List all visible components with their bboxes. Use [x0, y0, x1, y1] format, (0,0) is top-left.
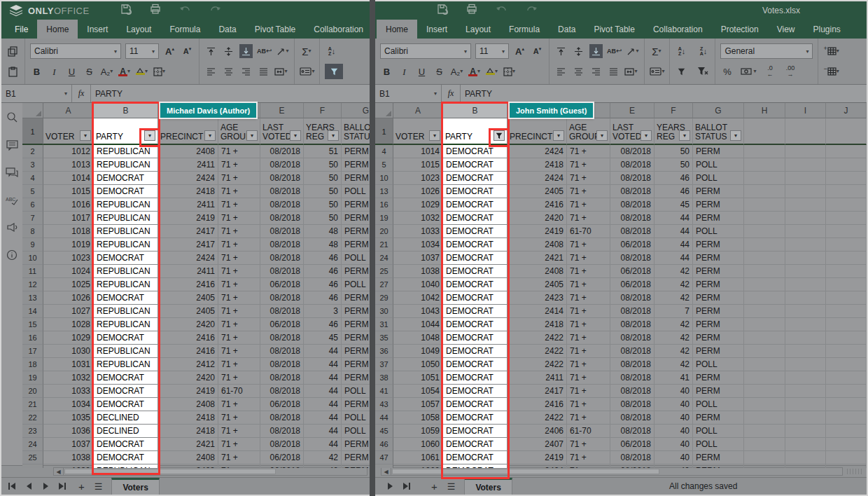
- cell-E20[interactable]: 08/2018: [610, 225, 654, 238]
- row-header-15[interactable]: 15: [22, 318, 43, 331]
- cell-J4[interactable]: [826, 145, 867, 158]
- cell-A46[interactable]: 1060: [393, 438, 443, 451]
- cell-F1[interactable]: YEARSREG▾: [654, 118, 693, 145]
- cell-B12[interactable]: REPUBLICAN: [94, 278, 158, 291]
- named-ranges-button[interactable]: ▾: [650, 64, 664, 78]
- column-header-B[interactable]: B: [443, 103, 507, 118]
- cell-G10[interactable]: POLL: [342, 252, 370, 265]
- scroll-left-icon[interactable]: ◀: [382, 468, 391, 475]
- cell-F21[interactable]: 44: [304, 398, 342, 411]
- cell-B3[interactable]: REPUBLICAN: [94, 158, 158, 172]
- print-icon[interactable]: [466, 4, 477, 18]
- cell-G16[interactable]: PERM: [342, 331, 370, 345]
- align-right-icon[interactable]: [239, 64, 253, 78]
- row-header-36[interactable]: 36: [375, 345, 393, 358]
- column-header-A[interactable]: A: [393, 103, 443, 118]
- cell-G41[interactable]: PERM: [693, 385, 744, 398]
- row-header-30[interactable]: 30: [375, 305, 393, 318]
- autosum-button[interactable]: Σ▾: [650, 44, 663, 58]
- cell-F15[interactable]: 46: [304, 318, 342, 331]
- row-header-7[interactable]: 7: [22, 212, 43, 225]
- cell-A29[interactable]: 1042: [393, 291, 443, 305]
- cell-C3[interactable]: 2411: [158, 158, 218, 172]
- cell-B10[interactable]: DEMOCRAT: [443, 172, 507, 185]
- sort-ascending-button[interactable]: AZ↓: [675, 44, 688, 58]
- cell-A26[interactable]: 1039: [43, 464, 94, 468]
- row-header-1[interactable]: 1: [22, 118, 43, 145]
- wrap-text-button[interactable]: AB↩: [257, 44, 272, 58]
- cell-I29[interactable]: [785, 291, 826, 305]
- row-header-43[interactable]: 43: [375, 398, 393, 411]
- cell-C35[interactable]: 2422: [507, 331, 567, 345]
- cell-H29[interactable]: [744, 291, 785, 305]
- cell-A21[interactable]: 1034: [393, 238, 443, 252]
- cell-D10[interactable]: 71 +: [567, 172, 610, 185]
- cell-H5[interactable]: [744, 158, 785, 172]
- row-header-8[interactable]: 8: [22, 225, 43, 238]
- filter-button-age[interactable]: ▾: [596, 130, 608, 141]
- cell-G35[interactable]: PERM: [693, 331, 744, 345]
- cell-G13[interactable]: PERM: [342, 291, 370, 305]
- tab-view[interactable]: View: [768, 20, 804, 39]
- cell-A16[interactable]: 1029: [393, 198, 443, 212]
- row-header-17[interactable]: 17: [22, 345, 43, 358]
- font-color-button[interactable]: A▾: [118, 64, 131, 78]
- cell-J29[interactable]: [826, 291, 867, 305]
- sort-descending-button[interactable]: ZA↓: [696, 44, 710, 58]
- cell-A27[interactable]: 1040: [393, 278, 443, 291]
- cell-E8[interactable]: 08/2018: [260, 225, 304, 238]
- cell-B16[interactable]: DEMOCRAT: [443, 198, 507, 212]
- cell-D29[interactable]: 71 +: [567, 291, 610, 305]
- spreadsheet-grid[interactable]: ABCDEFG1VOTER▾PARTY▾PRECINCT▾AGEGROUP▾LA…: [22, 103, 370, 465]
- cell-D20[interactable]: 61-70: [218, 385, 260, 398]
- column-header-G[interactable]: G: [342, 103, 370, 118]
- filter-button-party[interactable]: ▾: [144, 130, 155, 141]
- cell-F47[interactable]: 40: [654, 451, 693, 464]
- cell-D24[interactable]: 71 +: [567, 252, 610, 265]
- cell-A36[interactable]: 1049: [393, 345, 443, 358]
- cell-B10[interactable]: DEMOCRAT: [94, 252, 158, 265]
- cell-B23[interactable]: DECLINED: [94, 425, 158, 438]
- cell-A20[interactable]: 1033: [43, 385, 94, 398]
- cell-F23[interactable]: 44: [304, 425, 342, 438]
- align-center-icon[interactable]: [222, 64, 235, 78]
- cell-E29[interactable]: 08/2018: [610, 291, 654, 305]
- cell-G5[interactable]: POLL: [693, 158, 744, 172]
- row-header-4[interactable]: 4: [22, 172, 43, 185]
- cell-E19[interactable]: 08/2018: [260, 371, 304, 385]
- cell-F30[interactable]: 7: [654, 305, 693, 318]
- autosum-button[interactable]: Σ▾: [300, 44, 313, 58]
- column-header-E[interactable]: E: [610, 103, 654, 118]
- sheet-list-button[interactable]: ☰: [94, 481, 104, 492]
- cell-A17[interactable]: 1030: [43, 345, 94, 358]
- cell-I44[interactable]: [785, 411, 826, 425]
- cell-E10[interactable]: 08/2018: [260, 252, 304, 265]
- cell-F36[interactable]: 42: [654, 345, 693, 358]
- font-name-select[interactable]: Calibri▾: [30, 43, 121, 59]
- cell-E11[interactable]: 08/2018: [260, 265, 304, 278]
- cell-E12[interactable]: 06/2018: [260, 278, 304, 291]
- formula-input[interactable]: PARTY: [91, 89, 122, 99]
- cell-A19[interactable]: 1032: [43, 371, 94, 385]
- select-all-corner[interactable]: [22, 103, 43, 118]
- cell-B6[interactable]: REPUBLICAN: [94, 198, 158, 212]
- cell-E25[interactable]: 06/2018: [260, 451, 304, 464]
- cell-I19[interactable]: [785, 212, 826, 225]
- cell-G24[interactable]: PERM: [342, 438, 370, 451]
- cell-G6[interactable]: PERM: [342, 198, 370, 212]
- cell-H31[interactable]: [744, 318, 785, 331]
- cell-B41[interactable]: DEMOCRAT: [443, 385, 507, 398]
- cell-I5[interactable]: [785, 158, 826, 172]
- search-icon[interactable]: [6, 111, 18, 126]
- cell-G21[interactable]: PERM: [342, 398, 370, 411]
- cell-A24[interactable]: 1037: [393, 252, 443, 265]
- cell-B19[interactable]: DEMOCRAT: [443, 212, 507, 225]
- cell-F7[interactable]: 50: [304, 212, 342, 225]
- cell-G17[interactable]: PERM: [342, 345, 370, 358]
- cell-G31[interactable]: PERM: [693, 318, 744, 331]
- cell-A14[interactable]: 1027: [43, 305, 94, 318]
- row-header-47[interactable]: 47: [375, 451, 393, 464]
- cell-F19[interactable]: 44: [654, 212, 693, 225]
- cell-F27[interactable]: 42: [654, 278, 693, 291]
- row-header-20[interactable]: 20: [22, 385, 43, 398]
